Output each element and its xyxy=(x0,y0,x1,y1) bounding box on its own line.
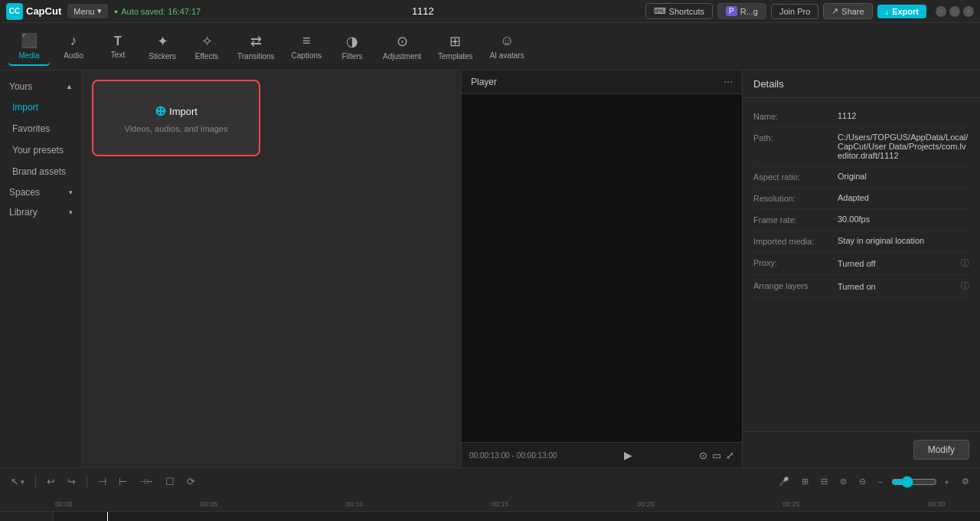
logo-icon: CC xyxy=(6,3,23,20)
cursor-tool-button[interactable]: ↖ ▾ xyxy=(6,473,29,490)
link-button[interactable]: ⊝ xyxy=(854,473,871,490)
details-panel: Details Name: 1112 Path: C:/Users/TOPGUS… xyxy=(743,70,980,467)
timeline: 00:00 00:05 00:10 00:15 00:20 00:25 xyxy=(0,495,980,521)
split-right-button[interactable]: ⊢ xyxy=(114,473,132,490)
zoom-plus-icon: + xyxy=(945,477,949,487)
export-icon: ↓ xyxy=(885,7,890,16)
player-time-end: 00:00:13:00 xyxy=(517,451,557,460)
import-plus-icon: ⊕ xyxy=(155,103,166,120)
import-box-label: Import xyxy=(169,106,198,117)
ruler-inner: 00:00 00:05 00:10 00:15 00:20 00:25 xyxy=(0,495,980,511)
ai-avatars-icon: ☺ xyxy=(500,33,514,49)
transitions-icon: ⇄ xyxy=(250,33,262,50)
player-header: Player ⋯ xyxy=(462,70,742,94)
player-play-button[interactable]: ▶ xyxy=(622,447,634,463)
timeline-playhead[interactable] xyxy=(107,512,108,521)
stickers-label: Stickers xyxy=(149,52,176,61)
detail-value-resolution: Adapted xyxy=(838,193,969,202)
export-label: Export xyxy=(892,7,919,16)
templates-label: Templates xyxy=(438,52,473,61)
timeline-settings-button[interactable]: ⚙ xyxy=(957,473,974,490)
captions-label: Captions xyxy=(292,51,322,60)
redo-button[interactable]: ↪ xyxy=(63,473,80,490)
zoom-minus-icon: − xyxy=(878,477,883,487)
zoom-slider[interactable] xyxy=(891,476,937,488)
split-left-button[interactable]: ⊣ xyxy=(93,473,111,490)
minimize-button[interactable]: − xyxy=(936,6,946,17)
share-button[interactable]: ↗ Share xyxy=(823,3,872,19)
import-box[interactable]: ⊕ Import Videos, audios, and images xyxy=(92,80,260,156)
filters-label: Filters xyxy=(341,52,362,61)
import-plus-label: ⊕ Import xyxy=(155,103,198,120)
tool-effects[interactable]: ✧ Effects xyxy=(185,28,228,65)
sidebar-item-brand-assets[interactable]: Brand assets xyxy=(3,162,79,182)
timeline-tracks-labels xyxy=(0,512,54,521)
sidebar-group-library[interactable]: Library ▾ xyxy=(0,202,82,222)
sidebar-item-your-presets[interactable]: Your presets xyxy=(3,140,79,160)
player-fullscreen-button[interactable]: ⤢ xyxy=(726,450,734,461)
templates-icon: ⊞ xyxy=(449,33,461,50)
tool-transitions[interactable]: ⇄ Transitions xyxy=(230,28,283,65)
detail-row-framerate: Frame rate: 30.00fps xyxy=(753,209,969,231)
auto-beat-button[interactable]: ⊞ xyxy=(797,473,813,490)
player-snapshot-button[interactable]: ⊙ xyxy=(699,450,707,461)
tool-stickers[interactable]: ✦ Stickers xyxy=(141,28,184,65)
media-label: Media xyxy=(18,51,39,60)
tool-text[interactable]: T Text xyxy=(96,30,139,64)
tool-media[interactable]: ⬛ Media xyxy=(8,28,51,66)
close-button[interactable]: × xyxy=(963,6,974,17)
loop-button[interactable]: ⟳ xyxy=(182,473,200,490)
toolbar: ⬛ Media ♪ Audio T Text ✦ Stickers ✧ Effe… xyxy=(0,23,980,70)
player-aspect-button[interactable]: ▭ xyxy=(712,450,721,461)
arrange-layers-info-icon[interactable]: ⓘ xyxy=(961,280,969,292)
maximize-button[interactable]: □ xyxy=(949,6,960,17)
sidebar-library-arrow: ▾ xyxy=(69,208,73,216)
shortcuts-button[interactable]: ⌨ Shortcuts xyxy=(645,3,713,19)
topbar-right-actions: ⌨ Shortcuts P R...g Join Pro ↗ Share ↓ E… xyxy=(645,3,926,19)
tool-filters[interactable]: ◑ Filters xyxy=(331,28,374,65)
text-icon: T xyxy=(114,34,122,48)
magnet-button[interactable]: ⊜ xyxy=(835,473,851,490)
detail-value-path: C:/Users/TOPGUS/AppData/Local/CapCut/Use… xyxy=(838,133,969,160)
details-header: Details xyxy=(743,70,980,98)
shortcuts-icon: ⌨ xyxy=(654,6,666,16)
sidebar-item-import[interactable]: Import xyxy=(3,97,79,117)
tool-templates[interactable]: ⊞ Templates xyxy=(430,28,481,65)
sidebar-group-spaces[interactable]: Spaces ▾ xyxy=(0,182,82,202)
tool-adjustment[interactable]: ⊙ Adjustment xyxy=(375,28,429,65)
proxy-info-icon[interactable]: ⓘ xyxy=(961,257,969,269)
effects-label: Effects xyxy=(195,52,218,61)
snap-button[interactable]: ⊟ xyxy=(816,473,832,490)
tool-captions[interactable]: ≡ Captions xyxy=(284,28,329,64)
zoom-plus-button[interactable]: + xyxy=(940,474,954,490)
split-both-button[interactable]: ⊣⊢ xyxy=(135,474,158,489)
delete-icon: ☐ xyxy=(165,476,175,487)
mic-button[interactable]: 🎤 xyxy=(774,473,794,490)
menu-button[interactable]: Menu ▾ xyxy=(67,4,108,18)
cursor-icon: ↖ xyxy=(11,476,19,487)
detail-value-arrange-layers: Turned on ⓘ xyxy=(838,280,969,292)
detail-value-framerate: 30.00fps xyxy=(838,215,969,224)
player-icon-group: ▶ xyxy=(622,447,634,463)
modify-button[interactable]: Modify xyxy=(913,440,969,460)
sidebar-group-yours[interactable]: Yours ▲ xyxy=(0,77,82,97)
undo-button[interactable]: ↩ xyxy=(42,473,60,490)
tool-audio[interactable]: ♪ Audio xyxy=(52,28,95,64)
timeline-tracks-area[interactable]: ⊞ Drag material here and start to create xyxy=(54,512,980,521)
join-pro-button[interactable]: Join Pro xyxy=(771,4,818,19)
player-time-start: 00:00:13:00 xyxy=(469,451,510,460)
export-button[interactable]: ↓ Export xyxy=(877,5,926,18)
tool-ai-avatars[interactable]: ☺ AI avatars xyxy=(482,28,532,64)
zoom-minus-button[interactable]: − xyxy=(874,474,887,490)
stickers-icon: ✦ xyxy=(157,33,168,50)
delete-button[interactable]: ☐ xyxy=(161,473,179,490)
timeline-ruler: 00:00 00:05 00:10 00:15 00:20 00:25 xyxy=(0,495,980,512)
detail-label-framerate: Frame rate: xyxy=(753,215,838,224)
join-pro-label: Join Pro xyxy=(779,7,810,16)
profile-button[interactable]: P R...g xyxy=(717,3,766,19)
link-icon: ⊝ xyxy=(859,477,866,487)
sidebar-item-favorites[interactable]: Favorites xyxy=(3,119,79,139)
ruler-label-4: 00:20 xyxy=(637,500,655,508)
player-menu-icon[interactable]: ⋯ xyxy=(724,77,733,87)
autosave-dot: ● xyxy=(114,8,118,15)
